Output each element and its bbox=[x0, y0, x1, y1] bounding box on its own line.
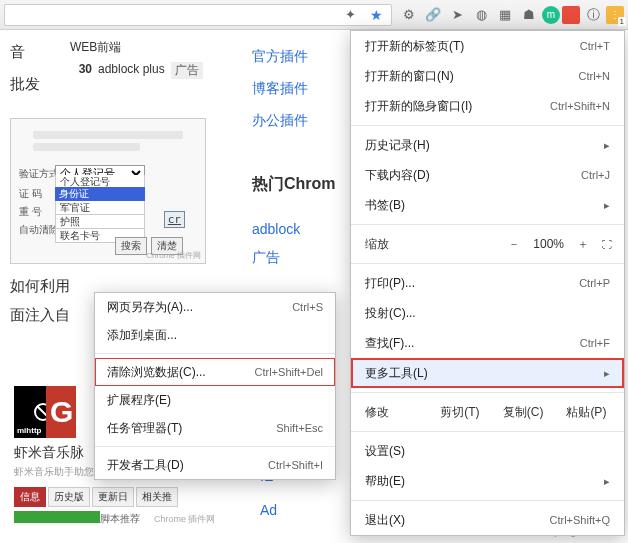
item-name: adblock plus bbox=[98, 62, 165, 79]
more-tools-submenu: 网页另存为(A)...Ctrl+S 添加到桌面... 清除浏览数据(C)...C… bbox=[94, 292, 336, 480]
green-bar bbox=[14, 511, 100, 523]
edit-label: 修改 bbox=[357, 400, 428, 425]
sidebar-link-office[interactable]: 办公插件 bbox=[252, 112, 352, 130]
notif-badge: 1 bbox=[618, 17, 626, 26]
thumbnail-preview: 验证方式 证 码 重 号 自动清除 个人登记号 个人登记号 身份证 军官证 护照… bbox=[10, 118, 206, 264]
menu-exit[interactable]: 退出(X)Ctrl+Shift+Q bbox=[351, 505, 624, 535]
watermark: Chrome 插件网 bbox=[146, 250, 201, 261]
fullscreen-icon[interactable]: ⛶ bbox=[602, 239, 610, 250]
paste-button[interactable]: 粘贴(P) bbox=[555, 400, 618, 425]
select-option[interactable]: 护照 bbox=[55, 215, 145, 229]
select-option[interactable]: 军官证 bbox=[55, 201, 145, 215]
tab-strip: 信息 历史版 更新日 相关推 bbox=[14, 487, 224, 507]
captcha-box: cr bbox=[164, 211, 185, 228]
arrow-icon[interactable]: ➤ bbox=[446, 4, 468, 26]
puzzle-icon: ✦ bbox=[339, 4, 361, 26]
page-content: 音 批发 WEB前端 30 adblock plus 广告 验证方式 证 码 重… bbox=[0, 30, 240, 335]
submenu-task-manager[interactable]: 任务管理器(T)Shift+Esc bbox=[95, 414, 335, 442]
sidebar-link-blog[interactable]: 博客插件 bbox=[252, 80, 352, 98]
menu-new-window[interactable]: 打开新的窗口(N)Ctrl+N bbox=[351, 61, 624, 91]
zoom-out-button[interactable]: － bbox=[503, 236, 525, 253]
search-button[interactable]: 搜索 bbox=[115, 237, 147, 255]
sidebar-nav: 官方插件 博客插件 办公插件 热门Chrom adblock 广告 bbox=[252, 48, 352, 267]
notif-icon[interactable]: ⋮1 bbox=[606, 6, 624, 24]
menu-new-tab[interactable]: 打开新的标签页(T)Ctrl+T bbox=[351, 31, 624, 61]
cookie-icon[interactable]: ◍ bbox=[470, 4, 492, 26]
menu-more-tools[interactable]: 更多工具(L)▸ bbox=[351, 358, 624, 388]
form-label: 验证方式 bbox=[19, 167, 59, 181]
submenu-extensions[interactable]: 扩展程序(E) bbox=[95, 386, 335, 414]
info-icon[interactable]: ⓘ bbox=[582, 4, 604, 26]
browser-toolbar: ✦ ★ ⚙ 🔗 ➤ ◍ ▦ ☗ m ⓘ ⋮1 bbox=[0, 0, 628, 30]
hot-link[interactable]: 广告 bbox=[252, 249, 352, 267]
link-icon[interactable]: 🔗 bbox=[422, 4, 444, 26]
submenu-dev-tools[interactable]: 开发者工具(D)Ctrl+Shift+I bbox=[95, 451, 335, 479]
tab-info[interactable]: 信息 bbox=[14, 487, 46, 507]
chrome-main-menu: 打开新的标签页(T)Ctrl+T 打开新的窗口(N)Ctrl+N 打开新的隐身窗… bbox=[350, 30, 625, 536]
menu-history[interactable]: 历史记录(H)▸ bbox=[351, 130, 624, 160]
red-ext-icon[interactable] bbox=[562, 6, 580, 24]
hot-title: 热门Chrom bbox=[252, 174, 352, 195]
gear-icon[interactable]: ⚙ bbox=[398, 4, 420, 26]
extension-icon: G mihttp bbox=[14, 386, 72, 438]
menu-incognito[interactable]: 打开新的隐身窗口(I)Ctrl+Shift+N bbox=[351, 91, 624, 121]
menu-edit-row: 修改 剪切(T) 复制(C) 粘贴(P) bbox=[351, 397, 624, 427]
list-item: WEB前端 bbox=[70, 36, 203, 59]
menu-find[interactable]: 查找(F)...Ctrl+F bbox=[351, 328, 624, 358]
menu-zoom: 缩放 － 100% ＋ ⛶ bbox=[351, 229, 624, 259]
copy-button[interactable]: 复制(C) bbox=[492, 400, 555, 425]
tab-history[interactable]: 历史版 bbox=[48, 487, 90, 507]
hot-link[interactable]: adblock bbox=[252, 221, 352, 237]
select-option-selected[interactable]: 身份证 bbox=[55, 187, 145, 201]
list-item[interactable]: 30 adblock plus 广告 bbox=[70, 59, 203, 82]
zoom-in-button[interactable]: ＋ bbox=[572, 236, 594, 253]
zoom-label: 缩放 bbox=[365, 236, 495, 253]
menu-settings[interactable]: 设置(S) bbox=[351, 436, 624, 466]
address-bar[interactable]: ✦ ★ bbox=[4, 4, 392, 26]
tab-changelog[interactable]: 更新日 bbox=[92, 487, 134, 507]
menu-print[interactable]: 打印(P)...Ctrl+P bbox=[351, 268, 624, 298]
tab-related[interactable]: 相关推 bbox=[136, 487, 178, 507]
submenu-save-as[interactable]: 网页另存为(A)...Ctrl+S bbox=[95, 293, 335, 321]
item-tag: 广告 bbox=[171, 62, 203, 79]
form-label: 证 码 bbox=[19, 187, 42, 201]
form-label: 重 号 bbox=[19, 205, 42, 219]
menu-downloads[interactable]: 下载内容(D)Ctrl+J bbox=[351, 160, 624, 190]
submenu-add-desktop[interactable]: 添加到桌面... bbox=[95, 321, 335, 349]
frag-text: 音 bbox=[10, 36, 40, 68]
menu-help[interactable]: 帮助(E)▸ bbox=[351, 466, 624, 496]
sidebar-link-official[interactable]: 官方插件 bbox=[252, 48, 352, 66]
m-badge-icon[interactable]: m bbox=[542, 6, 560, 24]
form-label: 自动清除 bbox=[19, 223, 59, 237]
shield-icon[interactable]: ☗ bbox=[518, 4, 540, 26]
menu-bookmarks[interactable]: 书签(B)▸ bbox=[351, 190, 624, 220]
frag-text: 批发 bbox=[10, 68, 40, 100]
script-line: 脚本推荐 Chrome 插件网 bbox=[100, 512, 215, 526]
menu-cast[interactable]: 投射(C)... bbox=[351, 298, 624, 328]
cut-button[interactable]: 剪切(T) bbox=[428, 400, 491, 425]
grid-icon[interactable]: ▦ bbox=[494, 4, 516, 26]
zoom-value: 100% bbox=[533, 237, 564, 251]
item-rank: 30 bbox=[70, 62, 92, 79]
star-icon[interactable]: ★ bbox=[365, 4, 387, 26]
hot-link[interactable]: Ad bbox=[260, 502, 277, 518]
submenu-clear-data[interactable]: 清除浏览数据(C)...Ctrl+Shift+Del bbox=[95, 358, 335, 386]
